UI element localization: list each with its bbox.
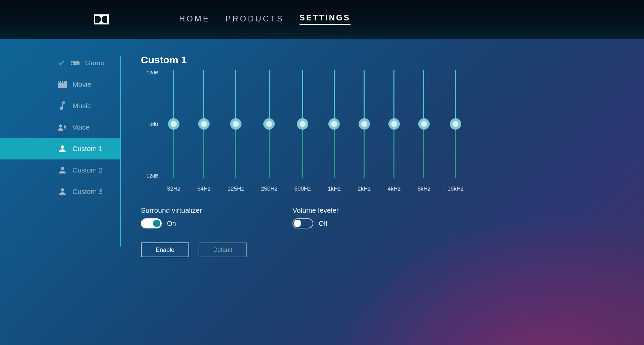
eq-thumb[interactable] <box>263 118 275 130</box>
volume-leveler-label: Volume leveler <box>292 206 339 214</box>
eq-freq-label: 4kHz <box>387 186 400 192</box>
eq-thumb[interactable] <box>450 118 461 130</box>
eq-slider[interactable] <box>269 70 270 178</box>
surround-virtualizer-group: Surround virtualizer On <box>141 206 202 228</box>
dolby-logo <box>94 14 109 24</box>
content-area: GameMovieMusicVoiceCustom 1Custom 2Custo… <box>0 39 644 257</box>
eq-band-64hz: 64Hz <box>197 70 211 192</box>
sidebar-item-custom-1[interactable]: Custom 1 <box>0 138 121 159</box>
eq-freq-label: 64Hz <box>197 186 211 192</box>
main-nav: HOMEPRODUCTSSETTINGS <box>179 0 351 39</box>
enable-button[interactable]: Enable <box>141 243 189 257</box>
volume-leveler-toggle[interactable] <box>292 218 313 228</box>
sidebar-divider <box>120 56 121 247</box>
sidebar-item-custom-3[interactable]: Custom 3 <box>0 181 121 202</box>
eq-band-125hz: 125Hz <box>227 70 244 192</box>
nav-home[interactable]: HOME <box>179 14 210 25</box>
default-button[interactable]: Default <box>199 243 247 257</box>
eq-y-mid: 0dB <box>149 121 158 127</box>
app-header: HOMEPRODUCTSSETTINGS <box>0 0 644 39</box>
eq-slider[interactable] <box>302 70 303 178</box>
svg-point-11 <box>59 125 62 128</box>
surround-virtualizer-toggle[interactable] <box>141 218 162 228</box>
music-note-icon <box>58 101 67 110</box>
gamepad-icon <box>70 60 80 66</box>
eq-band-16khz: 16kHz <box>447 70 464 192</box>
sidebar-item-voice[interactable]: Voice <box>0 117 121 138</box>
eq-y-bot: -12dB <box>145 173 158 179</box>
eq-thumb[interactable] <box>328 118 340 130</box>
clapper-icon <box>58 81 67 88</box>
eq-freq-label: 500Hz <box>294 186 311 192</box>
eq-slider[interactable] <box>173 70 174 178</box>
svg-rect-3 <box>71 63 74 64</box>
eq-band-500hz: 500Hz <box>294 70 311 192</box>
svg-point-5 <box>77 64 78 65</box>
svg-point-4 <box>76 62 77 63</box>
toggles-row: Surround virtualizer On Volume leveler O… <box>141 206 644 228</box>
eq-y-top: 12dB <box>147 70 158 75</box>
person-icon <box>58 166 67 174</box>
sidebar-item-label: Voice <box>72 123 90 131</box>
svg-point-13 <box>61 167 64 170</box>
eq-thumb[interactable] <box>297 118 308 130</box>
nav-settings[interactable]: SETTINGS <box>300 13 351 25</box>
sidebar-item-label: Music <box>72 102 91 110</box>
sidebar-item-label: Movie <box>72 80 91 88</box>
eq-slider[interactable] <box>334 70 335 178</box>
eq-slider[interactable] <box>455 70 456 178</box>
eq-band-1khz: 1kHz <box>328 70 341 192</box>
nav-products[interactable]: PRODUCTS <box>225 14 284 25</box>
sidebar-item-music[interactable]: Music <box>0 95 121 117</box>
sidebar-item-movie[interactable]: Movie <box>0 74 121 95</box>
eq-band-250hz: 250Hz <box>261 70 277 192</box>
eq-slider[interactable] <box>364 70 365 178</box>
eq-thumb[interactable] <box>198 118 210 130</box>
sidebar-item-game[interactable]: Game <box>0 52 121 74</box>
eq-slider[interactable] <box>423 70 424 178</box>
eq-thumb[interactable] <box>418 118 430 130</box>
volume-leveler-group: Volume leveler Off <box>292 206 339 228</box>
sidebar: GameMovieMusicVoiceCustom 1Custom 2Custo… <box>0 52 121 257</box>
eq-freq-label: 2kHz <box>358 186 371 192</box>
panel-title: Custom 1 <box>141 54 644 66</box>
eq-thumb[interactable] <box>359 118 370 130</box>
eq-slider[interactable] <box>235 70 236 178</box>
action-buttons: Enable Default <box>141 243 644 257</box>
sidebar-item-label: Custom 3 <box>72 188 103 196</box>
surround-virtualizer-label: Surround virtualizer <box>141 206 202 214</box>
eq-y-axis: 12dB 0dB -12dB <box>141 70 161 178</box>
svg-point-12 <box>61 145 64 149</box>
eq-band-2khz: 2kHz <box>358 70 371 192</box>
sidebar-item-custom-2[interactable]: Custom 2 <box>0 159 121 181</box>
surround-virtualizer-state: On <box>167 220 176 227</box>
eq-freq-label: 1kHz <box>328 186 341 192</box>
sidebar-item-label: Game <box>85 59 104 67</box>
eq-band-4khz: 4kHz <box>387 70 400 192</box>
voice-icon <box>58 124 67 131</box>
check-icon <box>58 59 65 67</box>
settings-panel: Custom 1 12dB 0dB -12dB 32Hz64Hz125Hz250… <box>121 52 644 257</box>
person-icon <box>58 145 67 153</box>
eq-band-8khz: 8kHz <box>418 70 431 192</box>
person-icon <box>58 188 67 196</box>
eq-slider[interactable] <box>203 70 204 178</box>
eq-slider[interactable] <box>393 70 394 178</box>
eq-thumb[interactable] <box>168 118 179 130</box>
volume-leveler-state: Off <box>319 220 327 227</box>
eq-thumb[interactable] <box>388 118 400 130</box>
eq-sliders: 32Hz64Hz125Hz250Hz500Hz1kHz2kHz4kHz8kHz1… <box>161 70 470 192</box>
eq-band-32hz: 32Hz <box>167 70 180 192</box>
eq-freq-label: 32Hz <box>167 186 180 192</box>
eq-freq-label: 125Hz <box>227 186 244 192</box>
sidebar-item-label: Custom 1 <box>72 145 103 153</box>
equalizer: 12dB 0dB -12dB 32Hz64Hz125Hz250Hz500Hz1k… <box>141 70 644 192</box>
eq-freq-label: 16kHz <box>447 186 464 192</box>
svg-point-14 <box>61 188 64 192</box>
eq-thumb[interactable] <box>230 118 241 130</box>
eq-freq-label: 8kHz <box>418 186 431 192</box>
eq-freq-label: 250Hz <box>261 186 277 192</box>
sidebar-item-label: Custom 2 <box>72 166 103 174</box>
svg-rect-6 <box>58 83 67 88</box>
